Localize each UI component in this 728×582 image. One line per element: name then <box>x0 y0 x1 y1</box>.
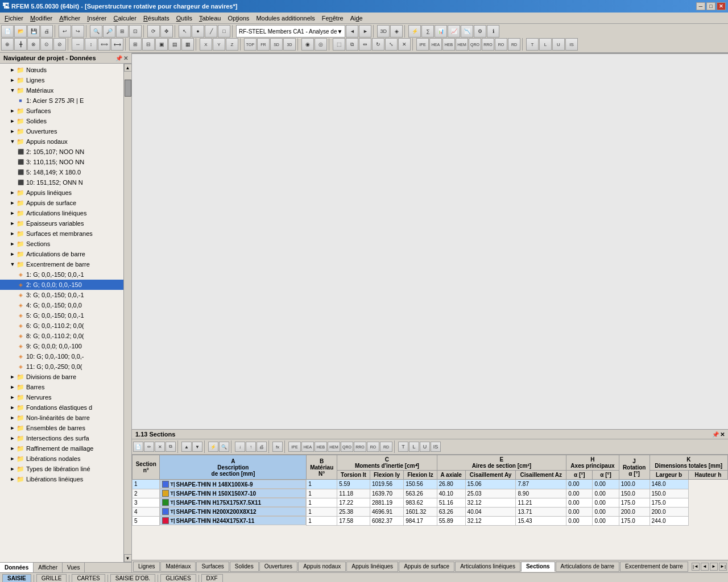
tb-redo[interactable]: ↪ <box>72 25 84 38</box>
tb2-rotate[interactable]: ↻ <box>372 38 384 51</box>
tree-expand-barres[interactable]: ► <box>9 384 16 390</box>
bottom-tab-ouvertures[interactable]: Ouvertures <box>259 562 297 572</box>
sections-close[interactable]: ✕ <box>720 431 725 438</box>
tb2-snap1[interactable]: IPE <box>416 38 429 51</box>
tb2-8[interactable]: ⟺ <box>98 38 110 51</box>
nav-tab-donnees[interactable]: Données <box>0 563 34 572</box>
tree-expand-liberations-nodales[interactable]: ► <box>9 456 16 462</box>
tree-expand-ouvertures[interactable]: ► <box>9 128 16 134</box>
tree-item-an10[interactable]: ⬛10: 151,152; ONN N <box>0 177 123 188</box>
tree-item-eb3[interactable]: ◈3: G; 0,0,-150; 0,0,-1 <box>0 290 123 300</box>
bottom-tab-appuis-de-surface[interactable]: Appuis de surface <box>399 562 454 572</box>
st-edit[interactable]: ✏ <box>144 442 154 452</box>
tb2-scale[interactable]: ⤡ <box>385 38 398 51</box>
scroll-up-arrow[interactable]: ▲ <box>124 64 132 72</box>
tree-item-appuis-nodaux[interactable]: ▼📁Appuis nodaux <box>0 136 123 147</box>
tb2-3[interactable]: ⊗ <box>27 38 40 51</box>
tree-item-an3[interactable]: ⬛3: 110,115; NOO NN <box>0 157 123 167</box>
tree-expand-nervures[interactable]: ► <box>9 394 16 400</box>
tree-item-fondations[interactable]: ►📁Fondations élastiques d <box>0 402 123 413</box>
st-copy[interactable]: ⧉ <box>166 442 176 452</box>
tree-expand-surfaces-membranes[interactable]: ► <box>9 231 16 236</box>
menu-tableau[interactable]: Tableau <box>196 14 225 22</box>
tab-nav-last[interactable]: ►| <box>719 563 727 571</box>
tree-item-raffinement[interactable]: ►📁Raffinement de maillage <box>0 443 123 454</box>
tree-item-liberations-nodales[interactable]: ►📁Libérations nodales <box>0 454 123 464</box>
menu-modules[interactable]: Modules additionnels <box>253 14 318 22</box>
tree-expand-fondations[interactable]: ► <box>9 405 16 410</box>
tb2-axis-z[interactable]: Z <box>226 38 238 51</box>
close-button[interactable]: ✕ <box>717 2 726 10</box>
tab-nav-prev[interactable]: ◄ <box>701 563 709 571</box>
tb-zoom-all[interactable]: ⊞ <box>116 25 129 38</box>
tb2-2[interactable]: ╋ <box>14 38 27 51</box>
tb-zoom-in[interactable]: 🔍 <box>90 25 102 38</box>
tree-item-solides[interactable]: ►📁Solides <box>0 116 123 126</box>
tree-expand-non-linearites[interactable]: ► <box>9 415 16 421</box>
tb2-11[interactable]: ⊟ <box>142 38 155 51</box>
tab-nav-next[interactable]: ► <box>710 563 718 571</box>
tb-surface[interactable]: □ <box>218 25 230 38</box>
st-search[interactable]: 🔍 <box>219 442 229 452</box>
tree-item-barres[interactable]: ►📁Barres <box>0 382 123 392</box>
tree-expand-appuis-lineiques[interactable]: ► <box>9 190 16 196</box>
nav-pin-button[interactable]: 📌 <box>115 55 122 61</box>
tb2-5[interactable]: ⊘ <box>53 38 66 51</box>
tree-item-ensembles-barres[interactable]: ►📁Ensembles de barres <box>0 423 123 433</box>
st-u[interactable]: U <box>420 442 430 452</box>
tree-item-nervures[interactable]: ►📁Nervures <box>0 392 123 402</box>
tb2-move[interactable]: ⬚ <box>333 38 345 51</box>
sections-table-container[interactable]: Sectionn° ADescriptionde section [mm] BM… <box>132 455 728 560</box>
status-tab-saisie-d-ob.[interactable]: SAISIE D'OB. <box>110 574 155 583</box>
viewport-3d[interactable] <box>132 53 728 54</box>
tree-item-appuis-lineiques[interactable]: ►📁Appuis linéiques <box>0 188 123 198</box>
tree-expand-articulations-lineiques[interactable]: ► <box>9 210 16 216</box>
tree-expand-raffinement[interactable]: ► <box>9 446 16 451</box>
tb2-is[interactable]: IS <box>565 38 578 51</box>
tree-item-liberations-lineiques[interactable]: ►📁Libérations linéiques <box>0 474 123 484</box>
tb2-4[interactable]: ⊙ <box>40 38 53 51</box>
menu-options[interactable]: Options <box>224 14 253 22</box>
st-is[interactable]: IS <box>431 442 441 452</box>
tb2-snap5[interactable]: QRO <box>469 38 481 51</box>
nav-scrollbar[interactable]: ▲ ▼ <box>123 64 131 562</box>
tb-calc[interactable]: ∑ <box>421 25 434 38</box>
table-row[interactable]: 4T| SHAPE-THIN H200X200X8X12125.384696.9… <box>133 507 728 516</box>
status-tab-cartes[interactable]: CARTES <box>72 574 105 583</box>
tb-load[interactable]: ⚡ <box>408 25 421 38</box>
tb2-snap2[interactable]: HEA <box>429 38 442 51</box>
tb-open[interactable]: 📂 <box>14 25 27 38</box>
st-hem[interactable]: HEM <box>328 442 340 452</box>
table-row[interactable]: 3T| SHAPE-THIN H175X175X7.5X11117.222881… <box>133 498 728 507</box>
bottom-tab-excentrement-de-barre[interactable]: Excentrement de barre <box>620 562 688 572</box>
bottom-tab-sections[interactable]: Sections <box>521 562 555 572</box>
tb2-axis-y[interactable]: Y <box>213 38 225 51</box>
tb2-snap4[interactable]: HEM <box>456 38 468 51</box>
tb-3d[interactable]: 3D <box>377 25 390 38</box>
tb-zoom-out[interactable]: 🔎 <box>103 25 115 38</box>
nav-tab-afficher[interactable]: Afficher <box>34 563 63 572</box>
tree-expand-articulations-barre[interactable]: ► <box>9 251 16 257</box>
tree-expand-divisions-barre[interactable]: ► <box>9 374 16 380</box>
st-qro[interactable]: QRO <box>341 442 353 452</box>
tb-info[interactable]: ℹ <box>487 25 499 38</box>
tb-undo[interactable]: ↩ <box>59 25 71 38</box>
tb-save[interactable]: 💾 <box>27 25 40 38</box>
tree-expand-excentrement-barre[interactable]: ▼ <box>9 261 16 267</box>
tree-item-eb5[interactable]: ◈5: G; 0,0,-150; 0,0,-1 <box>0 310 123 321</box>
tree-item-materiaux[interactable]: ▼📁Matériaux <box>0 85 123 95</box>
menu-calculer[interactable]: Calculer <box>110 14 140 22</box>
tb2-12[interactable]: ▣ <box>155 38 168 51</box>
tree-expand-appuis-nodaux[interactable]: ▼ <box>9 139 16 144</box>
menu-resultats[interactable]: Résultats <box>140 14 173 22</box>
tree-item-lignes[interactable]: ►📁Lignes <box>0 75 123 85</box>
tb-line[interactable]: ╱ <box>205 25 217 38</box>
status-tab-glignes[interactable]: GLIGNES <box>160 574 196 583</box>
bottom-tab-matériaux[interactable]: Matériaux <box>160 562 196 572</box>
tab-nav-first[interactable]: |◄ <box>692 563 700 571</box>
tb-nav-prev[interactable]: ◄ <box>346 25 358 38</box>
tree-item-an5[interactable]: ⬛5: 148,149; X 180.0 <box>0 167 123 177</box>
tb2-render-wire[interactable]: ◎ <box>315 38 327 51</box>
tb2-t[interactable]: T <box>526 38 539 51</box>
st-ro[interactable]: RO <box>367 442 379 452</box>
